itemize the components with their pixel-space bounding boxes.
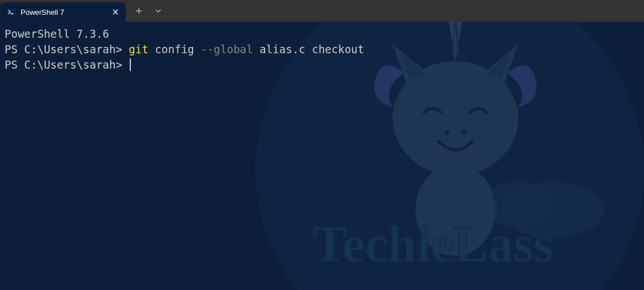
new-tab-button[interactable] (130, 2, 147, 19)
terminal-prompt-line: PS C:\Users\sarah> (5, 57, 639, 73)
tab-dropdown-button[interactable] (150, 2, 167, 19)
tab-close-button[interactable] (111, 7, 120, 17)
command-subcommand: config (155, 43, 194, 55)
command-flag: --global (201, 43, 253, 55)
terminal-header-line: PowerShell 7.3.6 (5, 26, 639, 42)
command-name: git (129, 43, 148, 55)
powershell-icon (7, 7, 16, 17)
command-args: alias.c checkout (259, 43, 364, 55)
tab-powershell[interactable]: PowerShell 7 (0, 2, 126, 22)
prompt-text: PS C:\Users\sarah> (5, 58, 129, 71)
terminal-content[interactable]: PowerShell 7.3.6 PS C:\Users\sarah> git … (0, 22, 644, 290)
svg-rect-0 (7, 9, 16, 15)
terminal-cursor (130, 58, 131, 71)
terminal-command-line: PS C:\Users\sarah> git config --global a… (5, 42, 639, 57)
tab-title: PowerShell 7 (21, 8, 106, 17)
window-titlebar: PowerShell 7 (0, 0, 644, 22)
prompt-text: PS C:\Users\sarah> (5, 43, 129, 55)
titlebar-actions (126, 2, 167, 19)
